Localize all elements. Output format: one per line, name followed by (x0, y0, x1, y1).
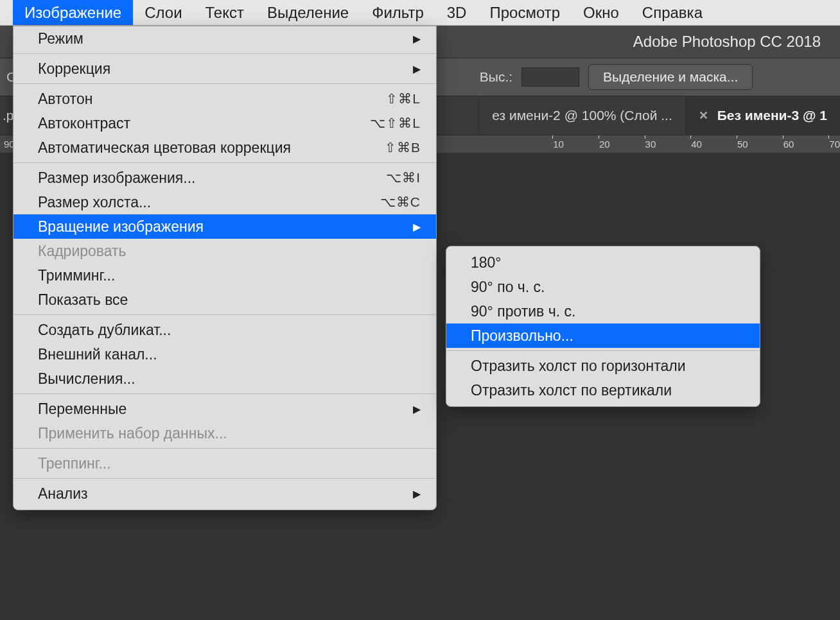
menubar: ИзображениеСлоиТекстВыделениеФильтр3DПро… (0, 0, 840, 26)
menu-item-label: Переменные (38, 400, 127, 418)
menu-item-label: Применить набор данных... (38, 425, 227, 442)
ruler-mark: 70 (829, 139, 840, 150)
menu-separator (13, 162, 436, 163)
menu-item-label: Режим (38, 30, 83, 47)
menu-item-label: Автотон (38, 90, 92, 108)
menu-item[interactable]: Автоматическая цветовая коррекция⇧⌘B (13, 135, 436, 160)
menu-separator (13, 448, 436, 449)
menu-shortcut: ⌥⇧⌘L (370, 116, 421, 131)
submenu-image-rotation: 180°90° по ч. с.90° против ч. с.Произвол… (446, 246, 760, 407)
menubar-item[interactable]: Справка (631, 0, 714, 25)
menu-separator (13, 314, 436, 315)
menu-item-label: Кадрировать (38, 243, 127, 260)
chevron-right-icon: ▶ (413, 221, 421, 233)
menubar-item[interactable]: Изображение (13, 0, 133, 25)
menu-separator (13, 478, 436, 479)
doc-tab-stub: .p (0, 108, 14, 123)
menu-item[interactable]: Режим▶ (13, 26, 436, 51)
menu-item-label: Коррекция (38, 60, 110, 78)
menu-item-label: Показать все (38, 291, 128, 309)
menu-item-label: Вычисления... (38, 370, 136, 388)
menubar-item[interactable]: Текст (194, 0, 256, 25)
tab-label: Без имени-3 @ 1 (717, 108, 827, 123)
menu-item-label: Тримминг... (38, 267, 115, 284)
menu-shortcut: ⌥⌘I (386, 170, 421, 185)
height-input[interactable] (521, 67, 579, 87)
ruler-mark: 60 (783, 139, 794, 150)
menu-item: Применить набор данных... (13, 421, 436, 445)
menu-item[interactable]: 90° по ч. с. (446, 275, 760, 299)
menu-item-label: Размер изображения... (38, 169, 195, 187)
document-tab-active[interactable]: ✕ Без имени-3 @ 1 (685, 96, 840, 135)
chevron-right-icon: ▶ (413, 63, 421, 75)
menu-shortcut: ⇧⌘B (385, 140, 421, 155)
select-and-mask-button[interactable]: Выделение и маска... (588, 64, 753, 90)
menu-item[interactable]: Размер изображения...⌥⌘I (13, 166, 436, 190)
menubar-item[interactable]: Фильтр (360, 0, 435, 25)
menu-item[interactable]: 90° против ч. с. (446, 299, 760, 323)
menu-separator (13, 53, 436, 54)
menu-item[interactable]: Произвольно... (446, 323, 760, 348)
menu-item-label: Автоконтраст (38, 115, 130, 132)
ruler-mark: 30 (645, 139, 656, 150)
menu-item[interactable]: Автотон⇧⌘L (13, 87, 436, 111)
menu-item: Кадрировать (13, 239, 436, 263)
document-tab[interactable]: ез имени-2 @ 100% (Слой ... (478, 96, 685, 135)
menu-item[interactable]: Тримминг... (13, 263, 436, 288)
menu-shortcut: ⇧⌘L (386, 91, 421, 107)
menu-item-label: 90° против ч. с. (471, 303, 575, 320)
menu-item-label: Внешний канал... (38, 346, 157, 363)
menu-item[interactable]: Размер холста...⌥⌘C (13, 190, 436, 214)
menu-item-label: Автоматическая цветовая коррекция (38, 139, 291, 157)
menu-item[interactable]: 180° (446, 250, 760, 275)
menubar-item[interactable]: Слои (133, 0, 193, 25)
menu-item-label: 90° по ч. с. (471, 279, 545, 296)
menu-item-label: Размер холста... (38, 194, 151, 211)
menu-separator (446, 350, 760, 351)
menu-shortcut: ⌥⌘C (380, 194, 421, 210)
close-icon[interactable]: ✕ (699, 108, 708, 123)
menu-item-label: Создать дубликат... (38, 322, 171, 339)
menu-item: Треппинг... (13, 451, 436, 476)
menu-item[interactable]: Отразить холст по вертикали (446, 378, 760, 402)
menu-image: Режим▶Коррекция▶Автотон⇧⌘LАвтоконтраст⌥⇧… (13, 26, 437, 510)
ruler-mark: 40 (691, 139, 702, 150)
menubar-item[interactable]: Просмотр (478, 0, 572, 25)
menu-item[interactable]: Показать все (13, 288, 436, 312)
chevron-right-icon: ▶ (413, 403, 421, 415)
menu-item[interactable]: Вращение изображения▶ (13, 214, 436, 239)
chevron-right-icon: ▶ (413, 488, 421, 500)
menu-item-label: Произвольно... (471, 327, 573, 345)
menu-separator (13, 393, 436, 394)
menu-item[interactable]: Анализ▶ (13, 481, 436, 506)
chevron-right-icon: ▶ (413, 33, 421, 45)
menu-item-label: Анализ (38, 485, 88, 503)
menu-item[interactable]: Вычисления... (13, 366, 436, 391)
menu-item-label: 180° (471, 254, 502, 271)
menubar-item[interactable]: Выделение (256, 0, 360, 25)
menubar-item[interactable]: 3D (435, 0, 478, 25)
menu-item-label: Треппинг... (38, 455, 111, 472)
menu-item-label: Отразить холст по вертикали (471, 382, 672, 399)
ruler-mark: 10 (553, 139, 564, 150)
menu-item[interactable]: Внешний канал... (13, 342, 436, 366)
ruler-ticks: 10203040506070 (553, 139, 840, 150)
menu-separator (13, 83, 436, 84)
menu-item-label: Вращение изображения (38, 218, 204, 236)
menu-item[interactable]: Переменные▶ (13, 397, 436, 421)
menu-item[interactable]: Отразить холст по горизонтали (446, 354, 760, 378)
ruler-mark: 50 (737, 139, 748, 150)
menubar-item[interactable]: Окно (572, 0, 631, 25)
menu-item[interactable]: Коррекция▶ (13, 56, 436, 81)
tab-label: ез имени-2 @ 100% (Слой ... (492, 108, 672, 123)
menu-item[interactable]: Автоконтраст⌥⇧⌘L (13, 111, 436, 135)
ruler-mark: 20 (599, 139, 610, 150)
app-title: Adobe Photoshop CC 2018 (633, 33, 821, 51)
height-label: Выс.: (480, 69, 512, 85)
menu-item-label: Отразить холст по горизонтали (471, 357, 686, 375)
menu-item[interactable]: Создать дубликат... (13, 318, 436, 342)
